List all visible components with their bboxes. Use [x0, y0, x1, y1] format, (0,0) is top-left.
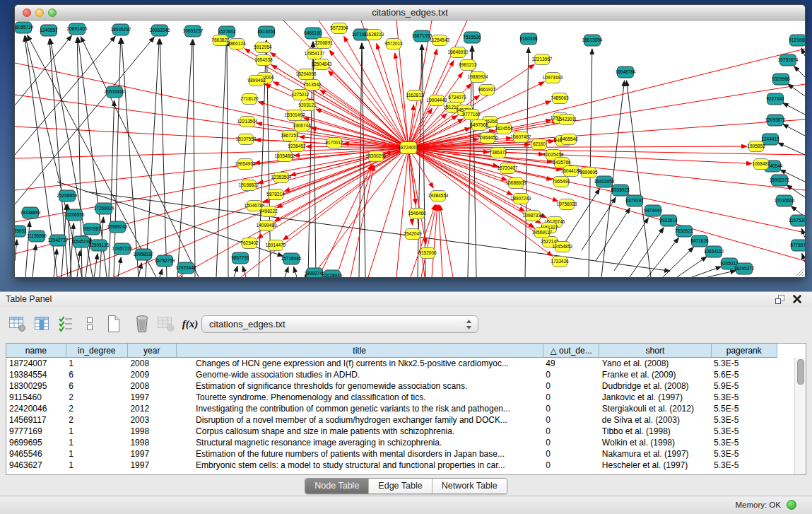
graph-node-yellow[interactable]: 9899695	[579, 168, 598, 178]
cell-in_degree[interactable]: 2	[66, 392, 127, 403]
table-settings-icon[interactable]	[7, 313, 28, 334]
graph-node-teal[interactable]: 18295372	[734, 263, 755, 274]
graph-node-yellow[interactable]: 8860124	[228, 39, 246, 49]
graph-node-teal[interactable]: 15718485	[281, 253, 302, 264]
graph-node-teal[interactable]: 12028945	[322, 270, 343, 277]
cell-year[interactable]: 2012	[127, 403, 176, 414]
graph-node-yellow[interactable]: 19384554	[428, 191, 449, 201]
cell-in_degree[interactable]: 6	[66, 380, 127, 392]
row-height-icon[interactable]	[79, 313, 100, 334]
cell-short[interactable]: Wolkin et al. (1998)	[599, 437, 711, 448]
table-grid[interactable]: namein_degreeyeartitle△ out_de...shortpa…	[6, 344, 806, 471]
graph-node-yellow[interactable]: 16354862	[275, 151, 295, 162]
graph-node-yellow[interactable]: 19654905	[235, 159, 256, 170]
cell-pagerank[interactable]: 5.6E-5	[711, 369, 777, 380]
cell-year[interactable]: 1997	[127, 448, 176, 460]
graph-node-teal[interactable]: 6466160	[304, 28, 322, 39]
cell-short[interactable]: Jankovic et al. (1997)	[599, 392, 711, 403]
graph-node-yellow[interactable]: 17854177	[305, 49, 325, 59]
graph-node-yellow[interactable]: 2718120	[240, 94, 259, 105]
column-header-pagerank[interactable]: pagerank	[711, 344, 777, 358]
checklist-icon[interactable]	[55, 313, 76, 334]
table-row[interactable]: 2242004622012Investigating the contribut…	[6, 403, 806, 414]
table-row[interactable]: 946554611997Estimation of the future num…	[6, 448, 806, 460]
graph-node-yellow[interactable]: 10607487	[511, 132, 531, 143]
column-header-out_degree[interactable]: △ out_de...	[543, 344, 599, 358]
graph-node-yellow[interactable]: 16914479	[266, 240, 286, 251]
table-row[interactable]: 969969511998Structural magnetic resonanc…	[6, 437, 806, 448]
graph-node-yellow[interactable]: 7965492	[552, 177, 570, 187]
graph-node-yellow[interactable]: 6981213	[459, 60, 477, 71]
cell-out_degree[interactable]: 0	[543, 369, 599, 380]
graph-node-yellow[interactable]: 16646910	[448, 47, 469, 58]
cell-short[interactable]: de Silva et al. (2003)	[599, 414, 711, 426]
graph-node-yellow[interactable]: 12504843	[312, 59, 332, 70]
graph-node-hub[interactable]: 18724007	[399, 142, 419, 154]
table-row[interactable]: 1456911722003Disruption of a novel membe…	[6, 414, 806, 426]
graph-node-yellow[interactable]: 5878314	[266, 189, 285, 200]
graph-node-yellow[interactable]: 15107553	[236, 134, 257, 145]
cell-short[interactable]: Yano et al. (2008)	[599, 358, 711, 370]
graph-node-yellow[interactable]: 10987334	[523, 211, 543, 221]
function-builder-icon[interactable]: f(x)	[180, 313, 201, 334]
table-row[interactable]: 946362711997Embryonic stem cells: a mode…	[6, 460, 806, 471]
cell-title[interactable]: Tourette syndrome. Phenomenology and cla…	[176, 392, 543, 403]
graph-node-yellow[interactable]: 7485063	[551, 93, 569, 104]
delete-trash-icon[interactable]	[131, 313, 153, 334]
graph-node-teal[interactable]: 17359924	[94, 203, 114, 214]
cell-title[interactable]: Disruption of a novel member of a sodium…	[176, 414, 543, 426]
graph-node-yellow[interactable]: 9236452	[288, 141, 306, 152]
cell-pagerank[interactable]: 5.3E-5	[711, 426, 777, 437]
graph-node-teal[interactable]: 15751874	[778, 54, 799, 66]
graph-node-teal[interactable]: 12923448	[176, 262, 196, 274]
graph-node-yellow[interactable]: 6734073	[448, 93, 466, 103]
cell-year[interactable]: 2008	[127, 358, 176, 370]
graph-node-yellow[interactable]: 11254543	[430, 35, 450, 46]
graph-node-yellow[interactable]: 9170012	[325, 138, 343, 148]
graph-node-yellow[interactable]: 10973493	[543, 73, 563, 83]
network-view-window[interactable]: citations_edges.txt 16055724124055720691…	[14, 4, 806, 278]
graph-node-teal[interactable]: 20206556	[64, 209, 85, 221]
graph-node-yellow[interactable]: 1595853	[747, 141, 765, 152]
cell-name[interactable]: 22420046	[6, 403, 66, 414]
cell-title[interactable]: Structural magnetic resonance image aver…	[176, 437, 543, 448]
graph-node-yellow[interactable]: 9203121	[298, 100, 317, 111]
graph-node-teal[interactable]: 10653257	[183, 25, 204, 37]
graph-node-yellow[interactable]: 12213967	[532, 54, 553, 65]
float-panel-icon[interactable]	[775, 294, 785, 305]
graph-node-teal[interactable]: 20533464	[105, 86, 125, 98]
graph-node-teal[interactable]: 16648784	[616, 66, 636, 78]
cell-pagerank[interactable]: 5.3E-5	[711, 437, 777, 448]
tab-network-table[interactable]: Network Table	[433, 479, 507, 493]
graph-node-yellow[interactable]: 15720407	[498, 163, 518, 174]
table-selector-dropdown[interactable]: citations_edges.txt	[201, 315, 478, 333]
graph-node-yellow[interactable]: 18204098	[296, 69, 317, 80]
cell-name[interactable]: 18300295	[6, 380, 66, 392]
graph-node-teal[interactable]: 16403954	[594, 176, 615, 187]
cell-short[interactable]: Tibbo et al. (1998)	[599, 426, 711, 437]
cell-name[interactable]: 18724007	[6, 358, 66, 370]
cell-name[interactable]: 9115460	[6, 392, 66, 403]
cell-out_degree[interactable]: 0	[543, 403, 599, 414]
cell-out_degree[interactable]: 0	[543, 426, 599, 437]
close-panel-icon[interactable]	[792, 294, 802, 304]
graph-node-yellow[interactable]: 4275212	[291, 90, 310, 100]
cell-pagerank[interactable]: 5.3E-5	[711, 392, 777, 403]
select-columns-icon[interactable]	[31, 313, 52, 334]
cell-in_degree[interactable]: 2	[66, 414, 127, 426]
graph-node-teal[interactable]: 11156869	[27, 230, 47, 242]
graph-node-yellow[interactable]: 18300295	[366, 151, 387, 162]
column-header-year[interactable]: year	[127, 344, 176, 358]
graph-node-teal[interactable]: 19958187	[134, 249, 154, 260]
graph-node-yellow[interactable]: 9465546	[560, 134, 578, 145]
memory-ok-indicator-icon[interactable]	[787, 500, 796, 510]
graph-node-teal[interactable]: 19338893	[20, 207, 41, 218]
cell-pagerank[interactable]: 5.3E-5	[711, 358, 777, 370]
cell-name[interactable]: 9777169	[6, 426, 66, 437]
graph-node-yellow[interactable]: 3624554	[495, 124, 513, 134]
cell-in_degree[interactable]: 1	[66, 358, 127, 370]
tab-node-table[interactable]: Node Table	[305, 479, 369, 493]
table-row[interactable]: 1938455462009Genome-wide association stu…	[6, 369, 806, 380]
graph-node-teal[interactable]: 7515526	[463, 32, 481, 43]
graph-node-yellow[interactable]: 62160	[532, 139, 547, 150]
